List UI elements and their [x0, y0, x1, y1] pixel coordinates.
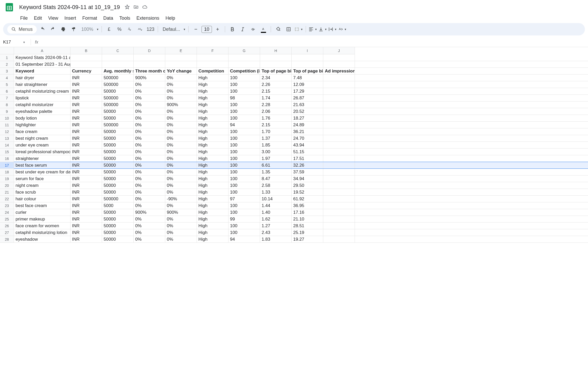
menu-file[interactable]: File [18, 14, 30, 22]
cell[interactable]: 100 [228, 135, 260, 142]
cell[interactable]: 0% [134, 182, 165, 189]
cell[interactable] [134, 54, 165, 61]
cell[interactable]: 100 [228, 81, 260, 88]
menu-data[interactable]: Data [101, 14, 116, 22]
cell[interactable]: High [197, 81, 228, 88]
cell[interactable] [323, 162, 355, 168]
cell[interactable]: 50000 [102, 162, 134, 168]
cell[interactable]: INR [70, 75, 102, 81]
cell[interactable]: 900% [165, 209, 197, 216]
row-header[interactable]: 6 [0, 88, 14, 95]
cell[interactable]: 0% [165, 155, 197, 162]
cell[interactable] [323, 122, 355, 128]
cell[interactable]: High [197, 189, 228, 195]
cell[interactable]: 51.15 [292, 149, 323, 155]
cell[interactable] [323, 202, 355, 209]
row-header[interactable]: 7 [0, 95, 14, 101]
cell[interactable]: best under eye cream for dark [14, 169, 70, 175]
format-123-button[interactable]: 123 [146, 25, 155, 34]
cell[interactable]: hair colour [14, 196, 70, 202]
cell[interactable]: 100 [228, 182, 260, 189]
currency-button[interactable]: £ [104, 25, 114, 34]
cell[interactable]: 0% [134, 81, 165, 88]
row-header[interactable]: 24 [0, 209, 14, 216]
cell[interactable]: 50000 [102, 175, 134, 182]
cell[interactable]: High [197, 88, 228, 94]
cell[interactable]: 24.70 [292, 135, 323, 142]
cell[interactable]: highlighter [14, 122, 70, 128]
text-color-button[interactable]: A [259, 25, 268, 34]
paint-format-button[interactable] [69, 25, 78, 34]
cell[interactable]: 100 [228, 209, 260, 216]
cell[interactable]: INR [70, 108, 102, 115]
cell[interactable]: 100 [228, 229, 260, 236]
column-header[interactable]: E [165, 47, 197, 54]
cell[interactable] [323, 182, 355, 189]
menu-view[interactable]: View [46, 14, 61, 22]
row-header[interactable]: 22 [0, 196, 14, 202]
cell[interactable] [323, 108, 355, 115]
cell[interactable]: cetaphil moisturizer [14, 101, 70, 108]
cell[interactable]: INR [70, 115, 102, 121]
cell[interactable]: 0% [134, 169, 165, 175]
menu-edit[interactable]: Edit [31, 14, 45, 22]
cell[interactable]: 1.35 [260, 169, 292, 175]
row-header[interactable]: 19 [0, 175, 14, 182]
cell[interactable] [323, 196, 355, 202]
cell[interactable]: 3.00 [260, 149, 292, 155]
row-header[interactable]: 25 [0, 216, 14, 223]
redo-button[interactable] [48, 25, 58, 34]
sheets-logo[interactable] [4, 2, 15, 12]
menu-insert[interactable]: Insert [62, 14, 79, 22]
cell[interactable]: 21.63 [292, 101, 323, 108]
column-header[interactable]: J [323, 47, 355, 54]
cell[interactable]: 50000 [102, 149, 134, 155]
cell[interactable] [323, 223, 355, 229]
cell[interactable]: INR [70, 88, 102, 94]
cell[interactable]: 0% [165, 88, 197, 94]
cell[interactable]: High [197, 101, 228, 108]
cell[interactable]: 2.06 [260, 108, 292, 115]
row-header[interactable]: 1 [0, 54, 14, 61]
cell[interactable] [323, 236, 355, 242]
cell[interactable]: 50000 [102, 236, 134, 242]
cell[interactable] [134, 61, 165, 68]
cell[interactable]: 100 [228, 108, 260, 115]
cell[interactable]: INR [70, 101, 102, 108]
cell[interactable]: High [197, 236, 228, 242]
undo-button[interactable] [38, 25, 47, 34]
cell[interactable]: cetaphil moisturizing lotion [14, 229, 70, 236]
row-header[interactable]: 27 [0, 229, 14, 236]
cell[interactable]: primer makeup [14, 216, 70, 222]
cell[interactable]: 32.26 [292, 162, 323, 168]
cell[interactable]: Top of page bid [260, 68, 292, 74]
cell[interactable]: 21.10 [292, 216, 323, 222]
cell[interactable]: 20.52 [292, 108, 323, 115]
cell[interactable]: 0% [134, 149, 165, 155]
cell[interactable]: 0% [134, 189, 165, 195]
cell[interactable] [323, 95, 355, 101]
cell[interactable] [323, 142, 355, 148]
cell[interactable]: 28.51 [292, 223, 323, 229]
cell[interactable]: INR [70, 229, 102, 236]
cell[interactable]: INR [70, 236, 102, 242]
cell[interactable]: 10.14 [260, 196, 292, 202]
cell[interactable]: 0% [165, 216, 197, 222]
cell[interactable] [323, 75, 355, 81]
cell[interactable]: High [197, 216, 228, 222]
cell[interactable]: 0% [134, 229, 165, 236]
merge-cells-button[interactable]: ▼ [294, 27, 303, 32]
cell[interactable]: 50000 [102, 155, 134, 162]
cell[interactable]: 500000 [102, 196, 134, 202]
cell[interactable] [165, 61, 197, 68]
cell[interactable]: High [197, 202, 228, 209]
cell[interactable]: 0% [134, 95, 165, 101]
cell[interactable]: 0% [165, 135, 197, 142]
cell[interactable]: 0% [165, 229, 197, 236]
cell[interactable]: under eye cream [14, 142, 70, 148]
cell[interactable]: 2.43 [260, 229, 292, 236]
cell[interactable]: 12.09 [292, 81, 323, 88]
column-header[interactable]: A [14, 47, 70, 54]
cell[interactable]: 0% [134, 223, 165, 229]
cell[interactable]: 0% [165, 108, 197, 115]
